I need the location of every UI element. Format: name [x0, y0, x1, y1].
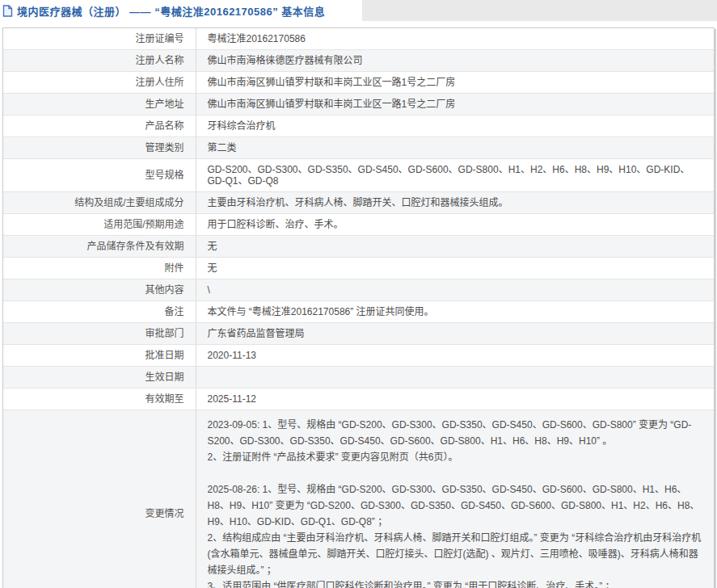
row-label: 批准日期 — [3, 345, 196, 367]
row-value: 佛山市南海区狮山镇罗村联和丰岗工业区一路1号之二厂房 — [196, 72, 714, 94]
row-value: 无 — [196, 258, 714, 279]
row-label: 备注 — [3, 301, 196, 323]
row-label: 注册人名称 — [3, 50, 196, 72]
table-row: 备注 本文件与 “粤械注准20162170586” 注册证共同使用。 — [3, 301, 714, 323]
row-label: 生产地址 — [3, 94, 196, 116]
page-title: 境内医疗器械（注册） —— “粤械注准20162170586” 基本信息 — [17, 3, 325, 19]
table-row: 注册人住所 佛山市南海区狮山镇罗村联和丰岗工业区一路1号之二厂房 — [3, 72, 714, 94]
row-value: 2023-09-05: 1、型号、规格由 “GD-S200、GD-S300、GD… — [196, 410, 714, 588]
table-row: 管理类别 第二类 — [3, 137, 714, 159]
table-row: 生产地址 佛山市南海区狮山镇罗村联和丰岗工业区一路1号之二厂房 — [3, 94, 714, 116]
table-row: 审批部门 广东省药品监督管理局 — [3, 323, 714, 345]
row-label: 型号规格 — [3, 159, 196, 192]
row-value — [196, 367, 714, 388]
row-label: 有效期至 — [3, 388, 196, 410]
table-row: 适用范围/预期用途 用于口腔科诊断、治疗、手术。 — [3, 214, 714, 236]
table-row: 产品名称 牙科综合治疗机 — [3, 116, 714, 137]
table-row: 结构及组成/主要组成成分 主要由牙科治疗机、牙科病人椅、脚踏开关、口腔灯和器械接… — [3, 192, 714, 214]
row-value: 用于口腔科诊断、治疗、手术。 — [196, 214, 714, 236]
row-label: 产品名称 — [3, 116, 196, 137]
table-row: 附件 无 — [3, 258, 714, 279]
row-value: 主要由牙科治疗机、牙科病人椅、脚踏开关、口腔灯和器械接头组成。 — [196, 192, 714, 214]
change-record: 2023-09-05: 1、型号、规格由 “GD-S200、GD-S300、GD… — [208, 417, 706, 465]
table-row: 注册人名称 佛山市南海格徕德医疗器械有限公司 — [3, 50, 714, 72]
table-row: 生效日期 — [3, 367, 714, 388]
row-value: 2020-11-13 — [196, 345, 714, 367]
row-label: 注册人住所 — [3, 72, 196, 94]
row-label: 适用范围/预期用途 — [3, 214, 196, 236]
row-value: 无 — [196, 236, 714, 258]
row-value: 广东省药品监督管理局 — [196, 323, 714, 345]
row-label: 变更情况 — [3, 410, 196, 588]
row-label: 产品储存条件及有效期 — [3, 236, 196, 258]
table-row: 型号规格 GD-S200、GD-S300、GD-S350、GD-S450、GD-… — [3, 159, 714, 192]
registration-info-table: 注册证编号 粤械注准20162170586 注册人名称 佛山市南海格徕德医疗器械… — [3, 28, 714, 588]
table-row: 批准日期 2020-11-13 — [3, 345, 714, 367]
table-row: 注册证编号 粤械注准20162170586 — [3, 28, 714, 50]
row-label: 其他内容 — [3, 279, 196, 301]
change-record: 2025-08-26: 1、型号、规格由 “GD-S200、GD-S300、GD… — [208, 481, 706, 588]
table-row: 其他内容 \ — [3, 279, 714, 301]
row-value: 佛山市南海格徕德医疗器械有限公司 — [196, 50, 714, 72]
table-row: 产品储存条件及有效期 无 — [3, 236, 714, 258]
registration-info-card: 注册证编号 粤械注准20162170586 注册人名称 佛山市南海格徕德医疗器械… — [2, 27, 715, 588]
row-value: 佛山市南海区狮山镇罗村联和丰岗工业区一路1号之二厂房 — [196, 94, 714, 116]
row-value: 2025-11-12 — [196, 388, 714, 410]
row-value: \ — [196, 279, 714, 301]
title-bar: 境内医疗器械（注册） —— “粤械注准20162170586” 基本信息 — [0, 0, 362, 21]
row-value: GD-S200、GD-S300、GD-S350、GD-S450、GD-S600、… — [196, 159, 714, 192]
row-label: 管理类别 — [3, 137, 196, 159]
header-strip: 境内医疗器械（注册） —— “粤械注准20162170586” 基本信息 — [0, 0, 717, 21]
table-row: 有效期至 2025-11-12 — [3, 388, 714, 410]
row-value: 第二类 — [196, 137, 714, 159]
table-row: 变更情况 2023-09-05: 1、型号、规格由 “GD-S200、GD-S3… — [3, 410, 714, 588]
row-label: 注册证编号 — [3, 28, 196, 50]
row-value: 本文件与 “粤械注准20162170586” 注册证共同使用。 — [196, 301, 714, 323]
row-label: 审批部门 — [3, 323, 196, 345]
row-value: 粤械注准20162170586 — [196, 28, 714, 50]
row-label: 附件 — [3, 258, 196, 279]
row-label: 结构及组成/主要组成成分 — [3, 192, 196, 214]
row-label: 生效日期 — [3, 367, 196, 388]
document-icon — [2, 5, 13, 17]
row-value: 牙科综合治疗机 — [196, 116, 714, 137]
